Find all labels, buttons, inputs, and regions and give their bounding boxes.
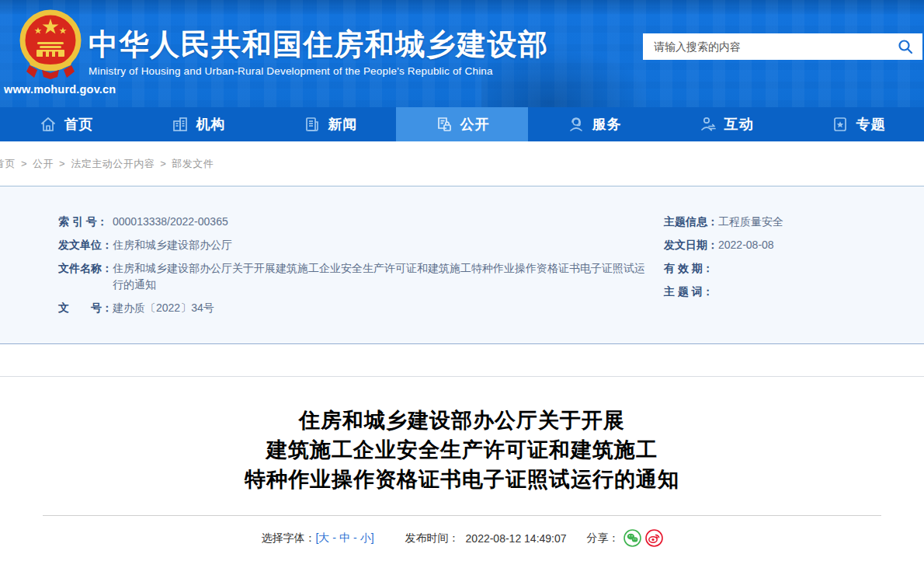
meta-row-issuing-unit: 发文单位： 住房和城乡建设部办公厅 — [58, 237, 652, 253]
site-header: www.mohurd.gov.cn 中华人民共和国住房和城乡建设部 Minist… — [0, 0, 924, 107]
weibo-icon[interactable] — [645, 529, 663, 547]
search-box — [643, 33, 922, 60]
meta-row-document-name: 文件名称： 住房和城乡建设部办公厅关于开展建筑施工企业安全生产许可证和建筑施工特… — [58, 260, 652, 293]
main-nav: 首页 机构 新闻 公开 — [0, 107, 924, 141]
site-title-english: Ministry of Housing and Urban-Rural Deve… — [89, 65, 549, 77]
article-title-line-2: 建筑施工企业安全生产许可证和建筑施工 — [0, 435, 924, 465]
article-title-line-1: 住房和城乡建设部办公厅关于开展 — [0, 406, 924, 435]
publish-time-group: 发布时间： 2022-08-12 14:49:07 — [405, 531, 567, 545]
nav-item-news[interactable]: 新闻 — [264, 107, 396, 141]
breadcrumb-disclosure[interactable]: 公开 — [33, 158, 54, 169]
nav-item-service[interactable]: 服务 — [528, 107, 660, 141]
organization-icon — [171, 115, 189, 134]
nav-item-disclosure[interactable]: 公开 — [396, 107, 528, 141]
interaction-icon — [699, 115, 717, 134]
news-icon — [303, 115, 321, 134]
article-toolbar: 选择字体： [大-中-小] 发布时间： 2022-08-12 14:49:07 … — [0, 516, 924, 560]
font-size-selector: 选择字体： [大-中-小] — [261, 531, 373, 545]
font-size-medium[interactable]: 中 — [339, 531, 350, 544]
meta-row-index-number: 索 引 号： 000013338/2022-00365 — [58, 214, 652, 230]
meta-column-right: 主题信息： 工程质量安全 发文日期： 2022-08-08 有 效 期： 主 题… — [664, 214, 912, 343]
search-icon — [897, 38, 914, 55]
article-section: 住房和城乡建设部办公厅关于开展 建筑施工企业安全生产许可证和建筑施工 特种作业操… — [0, 377, 924, 515]
meta-row-keywords: 主 题 词： — [664, 284, 912, 300]
site-url: www.mohurd.gov.cn — [4, 83, 144, 96]
article-title: 住房和城乡建设部办公厅关于开展 建筑施工企业安全生产许可证和建筑施工 特种作业操… — [0, 406, 924, 494]
publish-time: 2022-08-12 14:49:07 — [466, 532, 567, 545]
breadcrumb-row: 首页>公开>法定主动公开内容>部发文件 — [0, 141, 924, 186]
nav-item-organization[interactable]: 机构 — [132, 107, 264, 141]
meta-column-left: 索 引 号： 000013338/2022-00365 发文单位： 住房和城乡建… — [58, 214, 652, 343]
topics-icon — [831, 115, 849, 134]
disclosure-icon — [435, 115, 453, 134]
site-title-chinese: 中华人民共和国住房和城乡建设部 — [89, 26, 549, 62]
font-size-small[interactable]: 小 — [360, 531, 371, 544]
breadcrumb-ministry-documents[interactable]: 部发文件 — [172, 158, 214, 169]
home-icon — [39, 115, 57, 134]
breadcrumb: 首页>公开>法定主动公开内容>部发文件 — [0, 157, 214, 171]
meta-row-validity: 有 效 期： — [664, 260, 912, 277]
breadcrumb-statutory-content[interactable]: 法定主动公开内容 — [71, 158, 155, 169]
breadcrumb-home[interactable]: 首页 — [0, 158, 16, 169]
nav-item-topics[interactable]: 专题 — [792, 107, 924, 141]
service-icon — [567, 115, 585, 134]
spacer-row — [0, 344, 924, 377]
nav-item-interaction[interactable]: 互动 — [660, 107, 792, 141]
meta-row-issue-date: 发文日期： 2022-08-08 — [664, 237, 912, 253]
wechat-icon[interactable] — [624, 529, 641, 547]
nav-item-home[interactable]: 首页 — [0, 107, 132, 141]
meta-row-topic-info: 主题信息： 工程质量安全 — [664, 214, 912, 230]
national-emblem-icon — [19, 8, 82, 81]
article-title-line-3: 特种作业操作资格证书电子证照试运行的通知 — [0, 465, 924, 494]
search-input[interactable] — [654, 40, 896, 53]
meta-row-document-number: 文 号： 建办质〔2022〕34号 — [58, 300, 652, 316]
document-meta-panel: 索 引 号： 000013338/2022-00365 发文单位： 住房和城乡建… — [0, 186, 924, 344]
site-title-block: 中华人民共和国住房和城乡建设部 Ministry of Housing and … — [89, 26, 549, 77]
share-group: 分享： — [587, 529, 663, 547]
font-size-large[interactable]: 大 — [318, 531, 329, 544]
search-button[interactable] — [896, 37, 915, 56]
